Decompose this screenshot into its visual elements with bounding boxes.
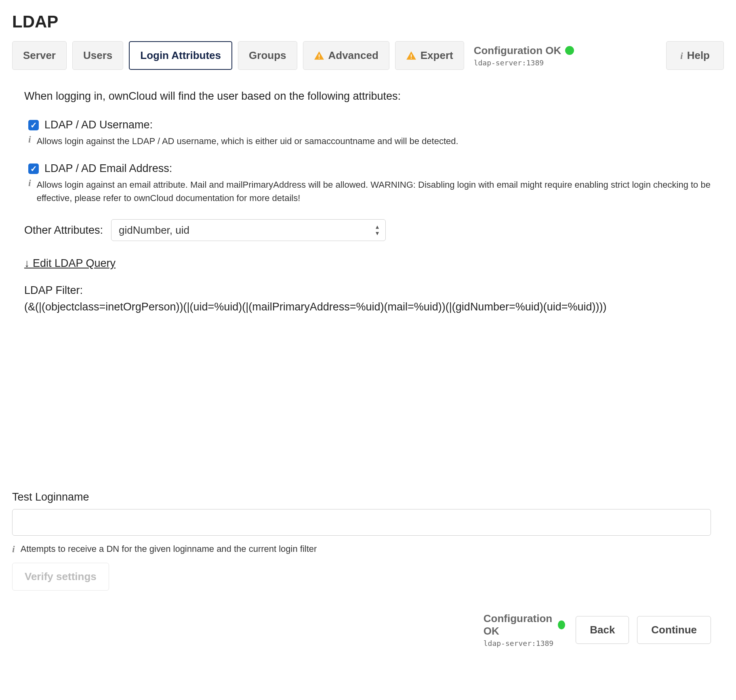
ldap-filter-label: LDAP Filter: — [24, 284, 711, 297]
tab-groups[interactable]: Groups — [238, 41, 297, 70]
verify-settings-button[interactable]: Verify settings — [12, 563, 109, 591]
continue-button[interactable]: Continue — [637, 616, 711, 644]
other-attributes-label: Other Attributes: — [24, 224, 103, 237]
tab-login-attributes[interactable]: Login Attributes — [129, 41, 232, 70]
username-checkbox[interactable]: ✓ — [28, 120, 39, 130]
test-loginname-help: Attempts to receive a DN for the given l… — [21, 542, 317, 555]
svg-rect-2 — [411, 54, 412, 57]
config-status-footer: Configuration OK ldap-server:1389 — [484, 612, 568, 648]
warning-icon — [406, 50, 416, 61]
username-checkbox-label: LDAP / AD Username: — [44, 119, 153, 131]
email-help-text: Allows login against an email attribute.… — [37, 178, 711, 205]
status-ok-icon — [565, 46, 574, 55]
other-attributes-select[interactable]: gidNumber, uid ▴▾ — [111, 219, 386, 241]
content-area: When logging in, ownCloud will find the … — [12, 90, 723, 648]
intro-text: When logging in, ownCloud will find the … — [24, 90, 711, 103]
svg-rect-3 — [411, 57, 412, 58]
username-help-text: Allows login against the LDAP / AD usern… — [37, 134, 458, 148]
email-checkbox[interactable]: ✓ — [28, 163, 39, 174]
other-attributes-value: gidNumber, uid — [119, 224, 189, 237]
info-icon: i — [680, 51, 683, 61]
config-status-label: Configuration OK — [484, 612, 554, 637]
tab-advanced-label: Advanced — [328, 49, 379, 62]
info-icon: i — [12, 544, 15, 554]
back-button[interactable]: Back — [576, 616, 629, 644]
info-icon: i — [28, 178, 31, 188]
select-caret-icon: ▴▾ — [376, 224, 378, 237]
config-status: Configuration OK ldap-server:1389 — [470, 41, 660, 70]
config-status-detail: ldap-server:1389 — [474, 59, 656, 67]
page-title: LDAP — [12, 12, 724, 31]
email-checkbox-label: LDAP / AD Email Address: — [44, 162, 172, 175]
footer: Configuration OK ldap-server:1389 Back C… — [24, 612, 711, 648]
svg-rect-1 — [318, 57, 319, 58]
tab-advanced[interactable]: Advanced — [303, 41, 389, 70]
tab-users[interactable]: Users — [72, 41, 123, 70]
tabs-bar: Server Users Login Attributes Groups Adv… — [12, 41, 724, 70]
test-loginname-input[interactable] — [12, 509, 711, 536]
help-label: Help — [687, 49, 710, 62]
config-status-label: Configuration OK — [474, 44, 561, 57]
ldap-filter-value: (&(|(objectclass=inetOrgPerson))(|(uid=%… — [24, 301, 711, 313]
help-button[interactable]: i Help — [666, 41, 724, 70]
status-ok-icon — [558, 620, 565, 629]
tab-expert-label: Expert — [421, 49, 453, 62]
edit-ldap-query-link[interactable]: ↓ Edit LDAP Query — [24, 257, 116, 270]
warning-icon — [314, 50, 324, 61]
test-loginname-label: Test Loginname — [12, 491, 711, 503]
svg-rect-0 — [318, 54, 319, 57]
info-icon: i — [28, 134, 31, 144]
tab-expert[interactable]: Expert — [395, 41, 464, 70]
config-status-detail: ldap-server:1389 — [484, 639, 565, 648]
tab-server[interactable]: Server — [12, 41, 67, 70]
